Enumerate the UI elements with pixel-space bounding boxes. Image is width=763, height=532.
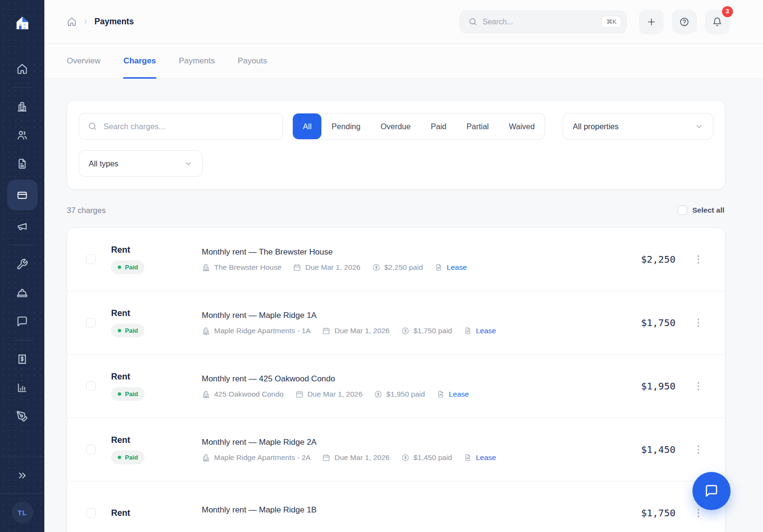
status-filter-option[interactable]: Pending [321, 113, 371, 139]
sidebar-item-home[interactable] [11, 57, 34, 80]
status-label: Paid [125, 264, 138, 271]
sidebar-item-billing[interactable] [11, 348, 34, 370]
status-filter-label: Overdue [381, 122, 411, 131]
status-filter-option[interactable]: Overdue [371, 113, 421, 139]
row-checkbox[interactable] [86, 381, 96, 391]
row-menu-button[interactable] [695, 442, 702, 457]
sidebar-item-signatures[interactable] [11, 405, 34, 428]
users-icon [16, 129, 28, 141]
lease-label: Lease [476, 327, 496, 335]
add-button[interactable] [639, 10, 664, 34]
tab[interactable]: Payouts [237, 44, 267, 78]
select-all-checkbox[interactable] [678, 205, 687, 215]
charge-details-cell: Monthly rent — The Brewster House The Br… [202, 247, 631, 272]
tab-label: Charges [124, 56, 156, 66]
filters-row-2: All types [79, 150, 713, 177]
charges-count: 37 charges [67, 206, 106, 215]
sidebar-divider [12, 245, 33, 246]
charge-type: Rent [111, 435, 202, 445]
charge-type: Rent [111, 508, 202, 518]
status-filter-option[interactable]: Waived [499, 113, 545, 139]
due-date: Due Mar 1, 2026 [334, 327, 389, 335]
sidebar-item-people[interactable] [11, 123, 34, 146]
sidebar-item-payments[interactable] [7, 180, 38, 210]
chevron-right-icon [82, 18, 89, 25]
property-meta: Maple Ridge Apartments - 1A [202, 327, 310, 335]
charge-type-cell: Rent [111, 508, 202, 518]
building-icon [202, 390, 210, 399]
sidebar-item-reports[interactable] [11, 376, 34, 399]
row-checkbox[interactable] [86, 318, 96, 327]
charge-row: Rent Paid Monthly rent — Maple Ridge 2A … [67, 418, 725, 481]
paid-amount-meta: $1,950 paid [374, 390, 425, 399]
tab-label: Overview [67, 56, 101, 66]
status-filter-option[interactable]: Paid [421, 113, 456, 139]
sidebar-item-properties[interactable] [11, 95, 34, 118]
lease-link[interactable]: Lease [434, 263, 467, 272]
sidebar-item-announcements[interactable] [11, 215, 34, 238]
charge-type-cell: Rent Paid [111, 372, 202, 401]
property-name: 425 Oakwood Condo [214, 390, 284, 399]
app-logo[interactable] [0, 0, 44, 46]
document-icon [464, 453, 472, 462]
lease-link[interactable]: Lease [464, 327, 496, 335]
property-meta: Maple Ridge Apartments - 2A [202, 453, 310, 462]
status-filter-label: Waived [509, 122, 535, 131]
tab[interactable]: Overview [67, 44, 101, 78]
sidebar-item-messages[interactable] [11, 310, 34, 333]
select-all-label: Select all [692, 206, 724, 215]
property-filter-select[interactable]: All properties [563, 113, 713, 140]
status-filter-option[interactable]: All [293, 113, 321, 139]
status-filter-option[interactable]: Partial [456, 113, 499, 139]
charge-title: Monthly rent — 425 Oakwood Condo [202, 374, 631, 384]
charge-type: Rent [111, 308, 202, 318]
select-all-control[interactable]: Select all [678, 205, 724, 215]
building-icon [202, 327, 210, 335]
charges-search-input[interactable]: Search charges... [79, 113, 283, 140]
row-menu-button[interactable] [695, 506, 702, 520]
row-menu-button[interactable] [695, 252, 702, 266]
lease-label: Lease [447, 263, 467, 272]
status-badge: Paid [111, 260, 144, 274]
file-text-icon [16, 158, 28, 170]
charge-title: Monthly rent — Maple Ridge 2A [202, 438, 631, 447]
paid-amount-meta: $2,250 paid [372, 263, 423, 272]
building-icon [16, 101, 28, 113]
due-date: Due Mar 1, 2026 [334, 453, 389, 462]
megaphone-icon [16, 221, 28, 233]
help-button[interactable] [672, 10, 697, 34]
tab[interactable]: Payments [179, 44, 215, 78]
row-checkbox[interactable] [86, 445, 96, 454]
document-icon [434, 263, 443, 272]
row-menu-button[interactable] [695, 379, 702, 393]
row-menu-button[interactable] [695, 316, 702, 330]
lease-link[interactable]: Lease [464, 453, 496, 462]
sidebar-item-maintenance[interactable] [11, 253, 34, 276]
sidebar-divider [12, 340, 33, 340]
building-icon [202, 263, 210, 272]
status-dot-icon [118, 392, 121, 396]
sidebar-collapse-button[interactable] [11, 464, 34, 487]
status-filter-label: Pending [331, 122, 361, 131]
due-date: Due Mar 1, 2026 [305, 263, 360, 272]
type-filter-select[interactable]: All types [79, 150, 203, 177]
avatar[interactable]: TL [11, 501, 33, 523]
search-placeholder: Search... [483, 18, 596, 26]
breadcrumb-home-link[interactable] [67, 17, 77, 27]
charge-type: Rent [111, 372, 202, 382]
due-date-meta: Due Mar 1, 2026 [295, 390, 362, 399]
charge-row: Rent Paid Monthly rent — Maple Ridge 1A … [67, 291, 725, 355]
chat-fab-button[interactable] [692, 472, 731, 510]
page-title: Payments [94, 17, 134, 27]
tab[interactable]: Charges [124, 44, 156, 78]
notifications-button[interactable]: 3 [705, 10, 730, 34]
sidebar-item-projects[interactable] [11, 281, 34, 304]
global-search-input[interactable]: Search... ⌘K [460, 10, 627, 33]
calendar-icon [295, 390, 304, 399]
lease-link[interactable]: Lease [436, 390, 469, 399]
charge-type-cell: Rent Paid [111, 308, 202, 338]
row-checkbox[interactable] [86, 255, 96, 264]
sidebar-item-documents[interactable] [11, 152, 34, 175]
property-filter-value: All properties [573, 122, 619, 131]
row-checkbox[interactable] [86, 508, 96, 518]
